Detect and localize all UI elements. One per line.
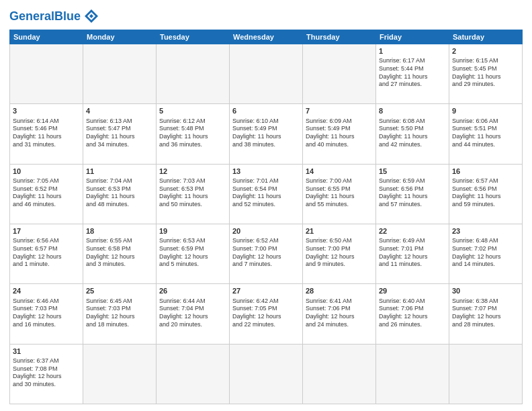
day-info: Sunrise: 6:59 AM Sunset: 6:56 PM Dayligh…	[379, 177, 428, 208]
day-info: Sunrise: 6:06 AM Sunset: 5:51 PM Dayligh…	[452, 118, 501, 148]
calendar-cell	[83, 44, 157, 104]
calendar-cell: 1Sunrise: 6:17 AM Sunset: 5:44 PM Daylig…	[376, 44, 449, 104]
weekday-header-tuesday: Tuesday	[157, 30, 230, 44]
day-info: Sunrise: 6:41 AM Sunset: 7:06 PM Dayligh…	[306, 298, 355, 328]
day-info: Sunrise: 6:42 AM Sunset: 7:05 PM Dayligh…	[232, 298, 281, 328]
day-number: 4	[86, 106, 153, 116]
logo-text: GeneralBlue	[9, 9, 81, 24]
calendar-cell: 15Sunrise: 6:59 AM Sunset: 6:56 PM Dayli…	[376, 164, 449, 224]
day-number: 19	[159, 226, 226, 236]
day-info: Sunrise: 6:38 AM Sunset: 7:07 PM Dayligh…	[452, 298, 501, 328]
day-info: Sunrise: 6:10 AM Sunset: 5:49 PM Dayligh…	[232, 118, 281, 148]
day-number: 13	[232, 167, 300, 176]
week-row-3: 17Sunrise: 6:56 AM Sunset: 6:57 PM Dayli…	[10, 224, 523, 283]
calendar-cell: 27Sunrise: 6:42 AM Sunset: 7:05 PM Dayli…	[230, 284, 303, 344]
day-info: Sunrise: 6:17 AM Sunset: 5:44 PM Dayligh…	[379, 57, 428, 87]
day-info: Sunrise: 6:48 AM Sunset: 7:02 PM Dayligh…	[452, 237, 501, 267]
day-info: Sunrise: 6:15 AM Sunset: 5:45 PM Dayligh…	[452, 57, 501, 87]
weekday-header-thursday: Thursday	[303, 30, 376, 44]
calendar-cell: 13Sunrise: 7:01 AM Sunset: 6:54 PM Dayli…	[230, 164, 303, 224]
day-number: 17	[13, 226, 80, 236]
day-number: 5	[159, 106, 226, 116]
week-row-0: 1Sunrise: 6:17 AM Sunset: 5:44 PM Daylig…	[10, 44, 523, 104]
day-number: 25	[86, 286, 153, 295]
day-info: Sunrise: 6:50 AM Sunset: 7:00 PM Dayligh…	[306, 237, 355, 267]
calendar-cell: 17Sunrise: 6:56 AM Sunset: 6:57 PM Dayli…	[10, 224, 83, 283]
day-info: Sunrise: 6:56 AM Sunset: 6:57 PM Dayligh…	[13, 237, 62, 267]
weekday-header-monday: Monday	[83, 30, 157, 44]
weekday-header-wednesday: Wednesday	[230, 30, 303, 44]
day-number: 31	[13, 347, 80, 356]
day-info: Sunrise: 7:03 AM Sunset: 6:53 PM Dayligh…	[159, 177, 208, 208]
day-info: Sunrise: 6:12 AM Sunset: 5:48 PM Dayligh…	[159, 118, 208, 148]
day-info: Sunrise: 6:49 AM Sunset: 7:01 PM Dayligh…	[379, 237, 428, 267]
logo-blue: Blue	[54, 9, 81, 23]
day-info: Sunrise: 6:57 AM Sunset: 6:56 PM Dayligh…	[452, 177, 501, 208]
day-number: 2	[452, 46, 519, 56]
calendar-cell: 23Sunrise: 6:48 AM Sunset: 7:02 PM Dayli…	[449, 224, 523, 283]
day-info: Sunrise: 6:45 AM Sunset: 7:03 PM Dayligh…	[86, 298, 135, 328]
day-number: 24	[13, 286, 80, 295]
day-info: Sunrise: 6:46 AM Sunset: 7:03 PM Dayligh…	[13, 298, 62, 328]
header: GeneralBlue	[9, 7, 523, 26]
calendar-cell: 4Sunrise: 6:13 AM Sunset: 5:47 PM Daylig…	[83, 104, 157, 164]
day-number: 7	[306, 106, 373, 116]
day-info: Sunrise: 6:09 AM Sunset: 5:49 PM Dayligh…	[306, 118, 355, 148]
calendar-cell: 19Sunrise: 6:53 AM Sunset: 6:59 PM Dayli…	[157, 224, 230, 283]
calendar-cell: 10Sunrise: 7:05 AM Sunset: 6:52 PM Dayli…	[10, 164, 83, 224]
calendar-cell	[376, 344, 449, 404]
calendar-cell: 22Sunrise: 6:49 AM Sunset: 7:01 PM Dayli…	[376, 224, 449, 283]
page: GeneralBlue SundayMondayTuesdayWednesday…	[0, 0, 532, 411]
day-info: Sunrise: 6:13 AM Sunset: 5:47 PM Dayligh…	[86, 118, 135, 148]
weekday-header-saturday: Saturday	[449, 30, 523, 44]
day-number: 14	[306, 167, 373, 176]
day-info: Sunrise: 6:53 AM Sunset: 6:59 PM Dayligh…	[159, 237, 208, 267]
week-row-5: 31Sunrise: 6:37 AM Sunset: 7:08 PM Dayli…	[10, 344, 523, 404]
week-row-2: 10Sunrise: 7:05 AM Sunset: 6:52 PM Dayli…	[10, 164, 523, 224]
calendar-cell: 6Sunrise: 6:10 AM Sunset: 5:49 PM Daylig…	[230, 104, 303, 164]
calendar-cell: 20Sunrise: 6:52 AM Sunset: 7:00 PM Dayli…	[230, 224, 303, 283]
day-info: Sunrise: 6:08 AM Sunset: 5:50 PM Dayligh…	[379, 118, 428, 148]
calendar-cell	[230, 344, 303, 404]
day-number: 11	[86, 167, 153, 176]
logo-general: General	[9, 9, 54, 23]
logo: GeneralBlue	[9, 7, 101, 26]
calendar-cell: 21Sunrise: 6:50 AM Sunset: 7:00 PM Dayli…	[303, 224, 376, 283]
day-number: 3	[13, 106, 80, 116]
calendar-cell	[230, 44, 303, 104]
day-number: 23	[452, 226, 519, 236]
day-number: 28	[306, 286, 373, 295]
week-row-4: 24Sunrise: 6:46 AM Sunset: 7:03 PM Dayli…	[10, 284, 523, 344]
calendar-cell: 28Sunrise: 6:41 AM Sunset: 7:06 PM Dayli…	[303, 284, 376, 344]
calendar-cell: 18Sunrise: 6:55 AM Sunset: 6:58 PM Dayli…	[83, 224, 157, 283]
day-number: 18	[86, 226, 153, 236]
day-info: Sunrise: 6:44 AM Sunset: 7:04 PM Dayligh…	[159, 298, 208, 328]
weekday-header-friday: Friday	[376, 30, 449, 44]
calendar-cell	[303, 344, 376, 404]
calendar-cell: 3Sunrise: 6:14 AM Sunset: 5:46 PM Daylig…	[10, 104, 83, 164]
day-info: Sunrise: 6:14 AM Sunset: 5:46 PM Dayligh…	[13, 118, 62, 148]
day-number: 29	[379, 286, 446, 295]
calendar-cell	[449, 344, 523, 404]
day-number: 1	[379, 46, 446, 56]
day-number: 30	[452, 286, 519, 295]
calendar-cell: 16Sunrise: 6:57 AM Sunset: 6:56 PM Dayli…	[449, 164, 523, 224]
calendar-cell	[157, 44, 230, 104]
day-number: 12	[159, 167, 226, 176]
week-row-1: 3Sunrise: 6:14 AM Sunset: 5:46 PM Daylig…	[10, 104, 523, 164]
calendar-cell: 5Sunrise: 6:12 AM Sunset: 5:48 PM Daylig…	[157, 104, 230, 164]
day-number: 22	[379, 226, 446, 236]
calendar-table: SundayMondayTuesdayWednesdayThursdayFrid…	[9, 30, 523, 404]
calendar-cell	[83, 344, 157, 404]
day-info: Sunrise: 6:40 AM Sunset: 7:06 PM Dayligh…	[379, 298, 428, 328]
calendar-cell: 12Sunrise: 7:03 AM Sunset: 6:53 PM Dayli…	[157, 164, 230, 224]
day-number: 20	[232, 226, 300, 236]
weekday-header-row: SundayMondayTuesdayWednesdayThursdayFrid…	[10, 30, 523, 44]
day-info: Sunrise: 6:52 AM Sunset: 7:00 PM Dayligh…	[232, 237, 281, 267]
calendar-cell: 30Sunrise: 6:38 AM Sunset: 7:07 PM Dayli…	[449, 284, 523, 344]
calendar-cell: 7Sunrise: 6:09 AM Sunset: 5:49 PM Daylig…	[303, 104, 376, 164]
logo-icon	[82, 7, 101, 26]
calendar-cell: 31Sunrise: 6:37 AM Sunset: 7:08 PM Dayli…	[10, 344, 83, 404]
day-number: 27	[232, 286, 300, 295]
calendar-cell: 9Sunrise: 6:06 AM Sunset: 5:51 PM Daylig…	[449, 104, 523, 164]
